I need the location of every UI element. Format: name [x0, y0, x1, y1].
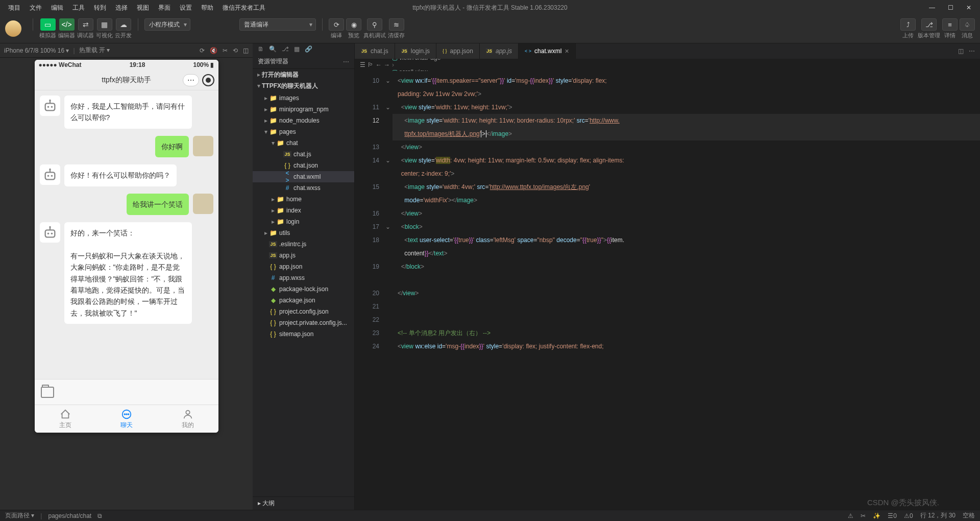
chat-scroll[interactable]: 你好，我是人工智能助手，请问有什么可以帮你?你好啊你好！有什么可以帮助你的吗？给…: [35, 90, 218, 379]
list-icon[interactable]: ☰0: [888, 512, 897, 519]
menu-文件[interactable]: 文件: [26, 2, 46, 14]
compile-select[interactable]: 普通编译: [239, 18, 316, 31]
path-label[interactable]: 页面路径 ▾: [5, 511, 34, 520]
tab-app.js[interactable]: JSapp.js: [480, 43, 519, 59]
realdebug-button[interactable]: ⚲真机调试: [363, 18, 386, 39]
link-icon[interactable]: 🔗: [305, 45, 312, 53]
split-icon[interactable]: ◫: [958, 48, 964, 55]
path-value[interactable]: pages/chat/chat: [48, 512, 91, 519]
rotate-icon[interactable]: ⟲: [233, 47, 238, 54]
tab-chat[interactable]: 聊天: [96, 405, 157, 433]
menu-选择[interactable]: 选择: [111, 2, 132, 14]
more-icon[interactable]: ⋯: [343, 58, 349, 65]
open-editors-section[interactable]: ▸打开的编辑器: [253, 69, 354, 80]
tree-item-index[interactable]: ▸📁index: [253, 205, 354, 216]
refresh-icon[interactable]: ⟳: [200, 47, 205, 54]
menu-界面[interactable]: 界面: [154, 2, 175, 14]
menu-视图[interactable]: 视图: [133, 2, 153, 14]
tree-item-app.js[interactable]: JSapp.js: [253, 250, 354, 261]
menu-项目[interactable]: 项目: [4, 2, 24, 14]
tree-item-package.json[interactable]: ◆package.json: [253, 295, 354, 306]
tab-chat.wxml[interactable]: < >chat.wxml×: [519, 43, 576, 59]
capsule-menu[interactable]: ⋯: [183, 74, 199, 86]
details-button[interactable]: ≡详情: [942, 18, 958, 39]
close-icon[interactable]: ✕: [962, 4, 976, 11]
menu-微信开发者工具[interactable]: 微信开发者工具: [218, 2, 270, 14]
cloud-button[interactable]: ☁云开发: [115, 18, 132, 39]
files-icon[interactable]: 🗎: [258, 45, 264, 53]
tab-chat.js[interactable]: JSchat.js: [355, 43, 395, 59]
tree-item-chat.json[interactable]: { }chat.json: [253, 160, 354, 171]
clearcache-button[interactable]: ≋清缓存: [388, 18, 405, 39]
chat-input-bar[interactable]: [35, 379, 218, 405]
tab-login.js[interactable]: JSlogin.js: [395, 43, 436, 59]
tree-item-project.config.json[interactable]: { }project.config.json: [253, 306, 354, 317]
user-avatar[interactable]: [5, 20, 21, 37]
message-button[interactable]: ♤消息: [960, 18, 975, 39]
hotreload-toggle[interactable]: 热重载 开 ▾: [79, 46, 110, 55]
tree-item-package-lock.json[interactable]: ◆package-lock.json: [253, 283, 354, 295]
bookmark-icon[interactable]: 🏳: [368, 61, 374, 68]
tree-item-.eslintrc.js[interactable]: JS.eslintrc.js: [253, 239, 354, 250]
more-icon[interactable]: ⋯: [969, 48, 975, 55]
indent-icon[interactable]: ☰: [360, 61, 365, 68]
menu-转到[interactable]: 转到: [90, 2, 110, 14]
tree-item-node_modules[interactable]: ▸📁node_modules: [253, 115, 354, 126]
capsule-close[interactable]: [202, 74, 214, 86]
tree-item-images[interactable]: ▸📁images: [253, 92, 354, 104]
code-editor[interactable]: 101112131415161718192021222324 ⌄⌄⌄⌄ <vie…: [355, 71, 980, 510]
warn2-icon[interactable]: ⚠0: [904, 512, 913, 519]
cut-icon[interactable]: ✂: [223, 47, 228, 54]
spaces-label[interactable]: 空格: [963, 511, 975, 520]
ext-icon[interactable]: ▦: [294, 45, 300, 53]
device-select[interactable]: iPhone 6/7/8 100% 16 ▾: [4, 47, 69, 54]
more-icon[interactable]: ⋯: [187, 76, 194, 84]
tree-item-miniprogram_npm[interactable]: ▸📁miniprogram_npm: [253, 104, 354, 115]
menu-编辑[interactable]: 编辑: [47, 2, 67, 14]
tree-item-home[interactable]: ▸📁home: [253, 194, 354, 205]
preview-button[interactable]: ◉预览: [346, 18, 361, 39]
cursor-pos[interactable]: 行 12，列 30: [920, 511, 955, 520]
mode-select[interactable]: 小程序模式: [144, 18, 190, 31]
attachment-icon[interactable]: [41, 387, 54, 398]
wand-icon[interactable]: ✨: [873, 512, 880, 519]
tab-app.json[interactable]: { }app.json: [436, 43, 480, 59]
copy-icon[interactable]: ⧉: [97, 512, 102, 519]
tree-item-utils[interactable]: ▸📁utils: [253, 227, 354, 239]
simulator-button[interactable]: ▭模拟器: [39, 18, 56, 39]
minimize-icon[interactable]: ―: [925, 4, 939, 11]
upload-button[interactable]: ⤴上传: [900, 18, 916, 39]
tree-item-pages[interactable]: ▾📁pages: [253, 126, 354, 137]
popout-icon[interactable]: ◫: [243, 47, 249, 54]
visual-button[interactable]: ▦可视化: [96, 18, 113, 39]
tree-item-chat[interactable]: ▾📁chat: [253, 137, 354, 149]
back-icon[interactable]: ←: [376, 61, 382, 68]
editor-button[interactable]: </>编辑器: [58, 18, 75, 39]
tree-item-app.wxss[interactable]: #app.wxss: [253, 272, 354, 283]
tab-me[interactable]: 我的: [157, 405, 218, 433]
debugger-button[interactable]: ⇄调试器: [77, 18, 94, 39]
tree-item-login[interactable]: ▸📁login: [253, 216, 354, 227]
tree-item-chat.js[interactable]: JSchat.js: [253, 149, 354, 160]
tree-item-chat.wxss[interactable]: #chat.wxss: [253, 182, 354, 194]
compile-button[interactable]: ⟳编译: [329, 18, 344, 39]
tree-item-sitemap.json[interactable]: { }sitemap.json: [253, 328, 354, 340]
version-button[interactable]: ⎇版本管理: [918, 18, 940, 39]
branch-icon[interactable]: ⎇: [282, 45, 289, 53]
breadcrumb[interactable]: ☰ 🏳 ← → pages › chat › ▢ chat.wxml › ▢ v…: [355, 59, 980, 71]
tree-item-chat.wxml[interactable]: < >chat.wxml: [253, 171, 354, 182]
menu-设置[interactable]: 设置: [176, 2, 196, 14]
outline-section[interactable]: ▸ 大纲: [253, 496, 354, 510]
forward-icon[interactable]: →: [384, 61, 390, 68]
tab-home[interactable]: 主页: [35, 405, 96, 433]
menu-工具[interactable]: 工具: [68, 2, 89, 14]
project-root[interactable]: ▾TTPFX的聊天机器人: [253, 80, 354, 91]
tree-item-project.private.config.js...[interactable]: { }project.private.config.js...: [253, 317, 354, 328]
menu-帮助[interactable]: 帮助: [197, 2, 217, 14]
maximize-icon[interactable]: ☐: [943, 4, 958, 11]
search-icon[interactable]: 🔍: [269, 45, 277, 53]
tree-item-app.json[interactable]: { }app.json: [253, 261, 354, 272]
scissors-icon[interactable]: ✂: [861, 512, 866, 519]
mute-icon[interactable]: 🔇: [210, 47, 217, 54]
warn-icon[interactable]: ⚠: [848, 512, 853, 519]
